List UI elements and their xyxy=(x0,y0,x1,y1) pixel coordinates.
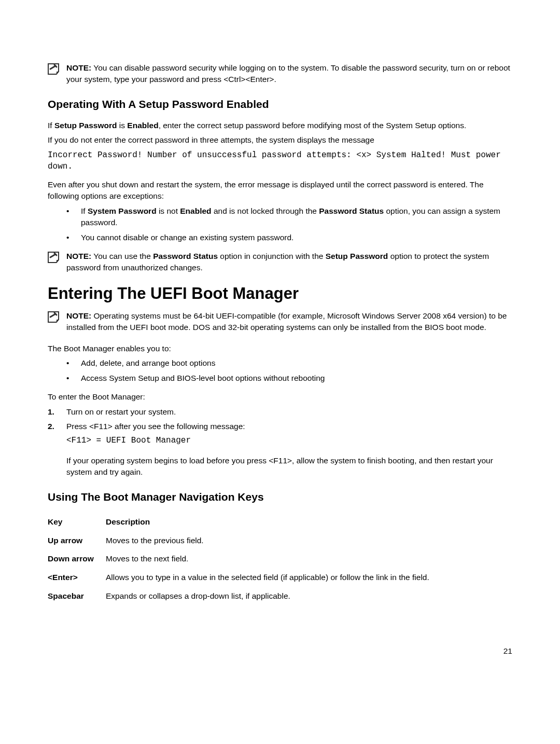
step-subtext: If your operating system begins to load … xyxy=(66,455,512,478)
list-item: 2. Press <F11> after you see the followi… xyxy=(48,421,512,478)
para-2: If you do not enter the correct password… xyxy=(48,134,512,146)
code-inline: <F11> = UEFI Boot Manager xyxy=(66,435,512,447)
note-icon xyxy=(48,311,59,323)
para-5: To enter the Boot Manager: xyxy=(48,391,512,403)
list-item: Add, delete, and arrange boot options xyxy=(66,357,512,369)
text: , enter the correct setup password befor… xyxy=(159,121,467,130)
text: and is not locked through the xyxy=(212,206,319,215)
para-4: The Boot Manager enables you to: xyxy=(48,343,512,354)
heading-nav-keys: Using The Boot Manager Navigation Keys xyxy=(48,491,512,503)
table-header-row: Key Description xyxy=(48,513,512,531)
note-body: Operating systems must be 64-bit UEFI-co… xyxy=(66,311,507,332)
list-item: Access System Setup and BIOS-level boot … xyxy=(66,373,512,384)
text-bold: Password Status xyxy=(319,206,384,215)
heading-operating-setup-pw: Operating With A Setup Password Enabled xyxy=(48,98,512,111)
note-icon xyxy=(48,252,59,263)
key-cell: Up arrow xyxy=(48,531,106,550)
step-number: 1. xyxy=(48,406,54,418)
list-item: You cannot disable or change an existing… xyxy=(66,232,512,243)
heading-uefi-boot-manager: Entering The UEFI Boot Manager xyxy=(48,284,512,303)
list-item: 1. Turn on or restart your system. xyxy=(48,406,512,418)
col-header-key: Key xyxy=(48,513,106,531)
desc-cell: Moves to the next field. xyxy=(106,549,512,568)
note-prefix: NOTE: xyxy=(66,252,91,260)
page-content: NOTE: You can disable password security … xyxy=(0,0,560,687)
table-row: Spacebar Expands or collapses a drop-dow… xyxy=(48,587,512,605)
note-icon xyxy=(48,63,59,75)
note-prefix: NOTE: xyxy=(66,311,91,320)
page-number: 21 xyxy=(48,646,512,656)
key-cell: Spacebar xyxy=(48,587,106,605)
text: is xyxy=(117,121,128,130)
note-prefix: NOTE: xyxy=(66,63,91,72)
nav-keys-table: Key Description Up arrow Moves to the pr… xyxy=(48,513,512,605)
text-bold: Enabled xyxy=(180,206,211,215)
note-body: You can disable password security while … xyxy=(66,63,510,84)
note-text: NOTE: You can disable password security … xyxy=(66,62,512,86)
table-row: <Enter> Allows you to type in a value in… xyxy=(48,568,512,587)
note-text: NOTE: You can use the Password Status op… xyxy=(66,251,512,274)
svg-marker-2 xyxy=(57,72,59,75)
bullet-list-2: Add, delete, and arrange boot options Ac… xyxy=(66,357,512,384)
text: option in conjunction with the xyxy=(218,252,326,260)
step-text: Press <F11> after you see the following … xyxy=(66,422,245,431)
text-bold: System Password xyxy=(88,206,157,215)
text: If xyxy=(81,206,88,215)
text: You can use the xyxy=(91,252,153,260)
step-text: Turn on or restart your system. xyxy=(66,407,176,416)
step-number: 2. xyxy=(48,421,54,432)
text-bold: Password Status xyxy=(153,252,218,260)
col-header-desc: Description xyxy=(106,513,512,531)
svg-marker-8 xyxy=(57,320,59,323)
text-bold: Enabled xyxy=(127,121,158,130)
text: is not xyxy=(157,206,180,215)
text-bold: Setup Password xyxy=(326,252,388,260)
code-block: Incorrect Password! Number of unsuccessf… xyxy=(48,149,512,173)
desc-cell: Allows you to type in a value in the sel… xyxy=(106,568,512,587)
para-1: If Setup Password is Enabled, enter the … xyxy=(48,120,512,131)
table-row: Up arrow Moves to the previous field. xyxy=(48,531,512,550)
ordered-list: 1. Turn on or restart your system. 2. Pr… xyxy=(48,406,512,478)
bullet-list-1: If System Password is not Enabled and is… xyxy=(66,205,512,243)
note-block: NOTE: You can use the Password Status op… xyxy=(48,251,512,274)
desc-cell: Expands or collapses a drop-down list, i… xyxy=(106,587,512,605)
note-block: NOTE: Operating systems must be 64-bit U… xyxy=(48,310,512,334)
svg-marker-5 xyxy=(57,260,59,263)
para-3: Even after you shut down and restart the… xyxy=(48,179,512,202)
key-cell: Down arrow xyxy=(48,549,106,568)
note-block: NOTE: You can disable password security … xyxy=(48,62,512,86)
list-item: If System Password is not Enabled and is… xyxy=(66,205,512,229)
desc-cell: Moves to the previous field. xyxy=(106,531,512,550)
text-bold: Setup Password xyxy=(54,121,117,130)
text: If xyxy=(48,121,54,130)
table-row: Down arrow Moves to the next field. xyxy=(48,549,512,568)
note-text: NOTE: Operating systems must be 64-bit U… xyxy=(66,310,512,334)
key-cell: <Enter> xyxy=(48,568,106,587)
